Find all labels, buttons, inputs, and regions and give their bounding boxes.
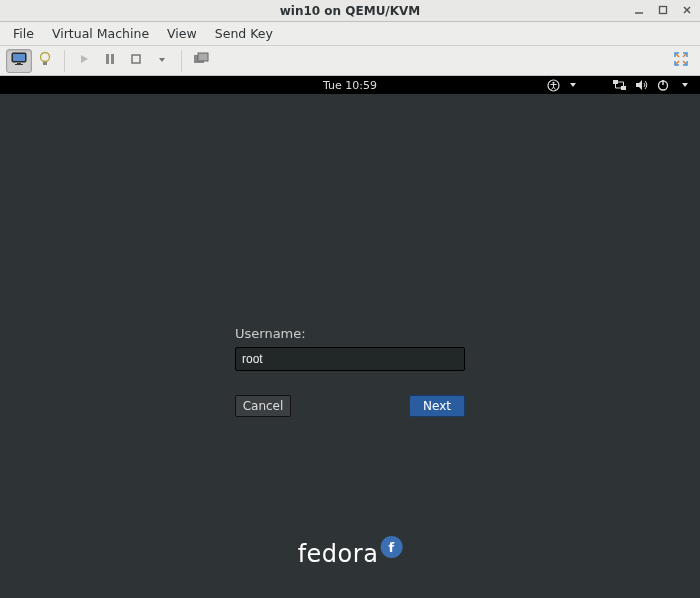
brand-text: fedora <box>298 540 379 568</box>
svg-marker-25 <box>682 83 688 87</box>
stop-icon <box>130 53 142 68</box>
toolbar-separator <box>64 50 65 72</box>
chevron-down-icon <box>678 78 692 92</box>
monitor-icon <box>11 52 27 69</box>
clock[interactable]: Tue 10:59 <box>323 79 377 92</box>
distro-brand: fedora <box>298 536 403 568</box>
svg-rect-7 <box>15 64 23 65</box>
power-icon[interactable] <box>656 78 670 92</box>
accessibility-icon[interactable] <box>546 78 560 92</box>
chevron-down-icon <box>566 78 580 92</box>
shutdown-button[interactable] <box>123 49 149 73</box>
window-titlebar: win10 on QEMU/KVM <box>0 0 700 22</box>
svg-rect-1 <box>660 7 667 14</box>
svg-point-18 <box>552 81 554 83</box>
username-input-wrap[interactable] <box>235 347 465 371</box>
fullscreen-icon <box>673 51 689 70</box>
volume-icon[interactable] <box>634 78 648 92</box>
menubar: File Virtual Machine View Send Key <box>0 22 700 46</box>
svg-rect-9 <box>43 62 47 65</box>
svg-rect-21 <box>621 86 626 90</box>
username-input[interactable] <box>242 352 458 366</box>
lightbulb-icon <box>38 51 52 70</box>
guest-display[interactable]: Tue 10:59 Username: <box>0 76 700 598</box>
run-button[interactable] <box>71 49 97 73</box>
fedora-logo-icon <box>380 536 402 558</box>
window-maximize-button[interactable] <box>656 3 670 17</box>
menu-virtual-machine[interactable]: Virtual Machine <box>43 23 158 44</box>
svg-rect-11 <box>106 54 109 64</box>
window-close-button[interactable] <box>680 3 694 17</box>
chevron-down-icon <box>157 53 167 68</box>
svg-rect-5 <box>13 54 25 61</box>
menu-send-key[interactable]: Send Key <box>206 23 282 44</box>
svg-rect-13 <box>132 55 140 63</box>
gnome-top-bar: Tue 10:59 <box>0 76 700 94</box>
console-view-button[interactable] <box>6 49 32 73</box>
cancel-button[interactable]: Cancel <box>235 395 291 417</box>
svg-marker-19 <box>570 83 576 87</box>
svg-marker-14 <box>159 58 165 62</box>
svg-rect-6 <box>17 63 21 64</box>
svg-marker-10 <box>81 55 88 63</box>
snapshots-button[interactable] <box>188 49 214 73</box>
toolbar-separator <box>181 50 182 72</box>
login-panel: Username: Cancel Next <box>235 326 465 417</box>
fullscreen-button[interactable] <box>668 49 694 73</box>
svg-rect-20 <box>613 80 618 84</box>
details-view-button[interactable] <box>32 49 58 73</box>
screens-icon <box>193 52 209 69</box>
menu-file[interactable]: File <box>4 23 43 44</box>
svg-marker-22 <box>636 80 642 90</box>
svg-point-8 <box>41 53 50 62</box>
pause-icon <box>105 53 115 68</box>
svg-rect-12 <box>111 54 114 64</box>
window-minimize-button[interactable] <box>632 3 646 17</box>
menu-view[interactable]: View <box>158 23 206 44</box>
window-title: win10 on QEMU/KVM <box>280 4 421 18</box>
pause-button[interactable] <box>97 49 123 73</box>
svg-rect-16 <box>198 53 208 61</box>
network-icon[interactable] <box>612 78 626 92</box>
play-icon <box>78 53 90 68</box>
next-button[interactable]: Next <box>409 395 465 417</box>
username-label: Username: <box>235 326 465 341</box>
shutdown-menu-button[interactable] <box>149 49 175 73</box>
toolbar <box>0 46 700 76</box>
